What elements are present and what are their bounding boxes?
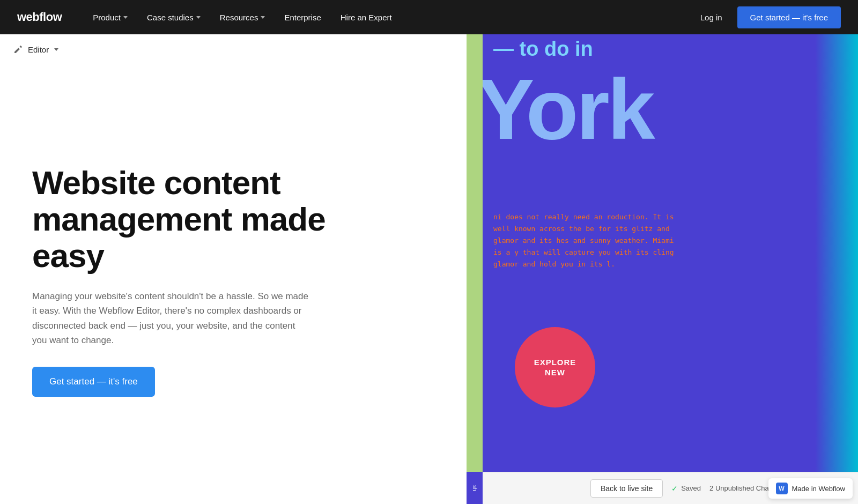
- back-to-live-site-button[interactable]: Back to live site: [590, 479, 663, 498]
- cyan-edge: [815, 34, 858, 472]
- left-panel: Editor Website content management made e…: [0, 34, 467, 504]
- nav-item-case-studies[interactable]: Case studies: [137, 0, 210, 34]
- webflow-badge-icon: W: [776, 483, 788, 494]
- chevron-down-icon: [261, 16, 265, 19]
- chevron-down-icon: [123, 16, 128, 19]
- nav-item-enterprise[interactable]: Enterprise: [275, 0, 330, 34]
- editor-dropdown-chevron[interactable]: [54, 48, 58, 51]
- top-navigation: webflow Product Case studies Resources E…: [0, 0, 858, 34]
- get-started-nav-button[interactable]: Get started — it's free: [737, 6, 841, 28]
- nav-links: Product Case studies Resources Enterpris…: [83, 0, 689, 34]
- site-preview: — to do in York ni does not really need …: [483, 34, 858, 472]
- hero-description: Managing your website's content shouldn'…: [32, 289, 311, 347]
- editor-label: Editor: [28, 45, 49, 54]
- saved-label: Saved: [681, 484, 701, 492]
- main-area: Editor Website content management made e…: [0, 34, 858, 504]
- hero-cta-button[interactable]: Get started — it's free: [32, 367, 155, 397]
- nav-item-resources[interactable]: Resources: [210, 0, 275, 34]
- explore-circle[interactable]: EXPLORENEW: [515, 327, 595, 407]
- preview-york-text: York: [483, 66, 653, 152]
- nav-item-hire-expert[interactable]: Hire an Expert: [331, 0, 402, 34]
- made-in-webflow-badge[interactable]: W Made in Webflow: [768, 478, 853, 499]
- made-in-webflow-label: Made in Webflow: [792, 485, 845, 493]
- saved-status: ✓ Saved: [671, 484, 701, 493]
- green-strip: [467, 34, 483, 504]
- hero-content: Website content management made easy Man…: [32, 165, 332, 397]
- stub-label: sh: [472, 485, 478, 491]
- nav-item-product[interactable]: Product: [83, 0, 137, 34]
- preview-body-text: ni does not really need an roduction. It…: [493, 211, 681, 270]
- nav-right-section: Log in Get started — it's free: [690, 6, 841, 28]
- explore-text: EXPLORENEW: [534, 357, 576, 378]
- chevron-down-icon: [196, 16, 201, 19]
- edit-icon: [13, 44, 24, 55]
- saved-check-icon: ✓: [671, 484, 678, 493]
- editor-toolbar: Editor: [0, 34, 467, 64]
- preview-top-text: — to do in: [493, 37, 593, 62]
- bottom-stub: sh: [467, 472, 483, 504]
- hero-title: Website content management made easy: [32, 165, 332, 275]
- right-panel: — to do in York ni does not really need …: [467, 34, 858, 504]
- login-button[interactable]: Log in: [690, 13, 733, 22]
- webflow-logo[interactable]: webflow: [17, 10, 62, 24]
